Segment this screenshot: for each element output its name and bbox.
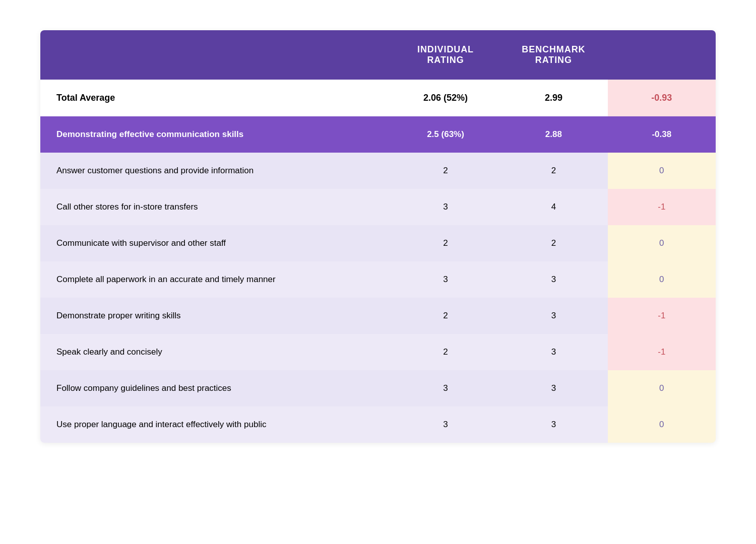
row-task: Speak clearly and concisely — [40, 334, 392, 370]
table-row: Call other stores for in-store transfers… — [40, 189, 716, 225]
category-label: Demonstrating effective communication sk… — [40, 116, 392, 153]
row-task: Answer customer questions and provide in… — [40, 153, 392, 189]
row-task: Follow company guidelines and best pract… — [40, 370, 392, 406]
row-benchmark: 3 — [499, 298, 607, 334]
row-task: Call other stores for in-store transfers — [40, 189, 392, 225]
row-skill-gap: -1 — [608, 334, 716, 370]
row-skill-gap: 0 — [608, 261, 716, 298]
row-benchmark: 2 — [499, 225, 607, 261]
row-individual: 2 — [392, 225, 499, 261]
table-row: Communicate with supervisor and other st… — [40, 225, 716, 261]
table-header-row: INDIVIDUALRATING BENCHMARKRATING — [40, 30, 716, 80]
row-individual: 2 — [392, 334, 499, 370]
row-individual: 3 — [392, 370, 499, 406]
row-individual: 2 — [392, 298, 499, 334]
skills-table-container: INDIVIDUALRATING BENCHMARKRATING Total A… — [40, 30, 716, 443]
table-row: Speak clearly and concisely 2 3 -1 — [40, 334, 716, 370]
skills-table: INDIVIDUALRATING BENCHMARKRATING Total A… — [40, 30, 716, 443]
header-task — [40, 30, 392, 80]
total-average-individual: 2.06 (52%) — [392, 80, 499, 116]
row-skill-gap: -1 — [608, 189, 716, 225]
row-skill-gap: 0 — [608, 406, 716, 443]
row-skill-gap: 0 — [608, 153, 716, 189]
table-row: Complete all paperwork in an accurate an… — [40, 261, 716, 298]
row-skill-gap: -1 — [608, 298, 716, 334]
row-benchmark: 3 — [499, 406, 607, 443]
table-row: Use proper language and interact effecti… — [40, 406, 716, 443]
row-benchmark: 2 — [499, 153, 607, 189]
category-benchmark: 2.88 — [499, 116, 607, 153]
category-skill-gap: -0.38 — [608, 116, 716, 153]
row-individual: 3 — [392, 261, 499, 298]
row-category: Demonstrating effective communication sk… — [40, 116, 716, 153]
row-individual: 3 — [392, 189, 499, 225]
table-row: Answer customer questions and provide in… — [40, 153, 716, 189]
header-skill-gap — [608, 30, 716, 80]
row-skill-gap: 0 — [608, 370, 716, 406]
row-individual: 2 — [392, 153, 499, 189]
header-individual-rating: INDIVIDUALRATING — [392, 30, 499, 80]
row-individual: 3 — [392, 406, 499, 443]
table-row: Demonstrate proper writing skills 2 3 -1 — [40, 298, 716, 334]
row-benchmark: 4 — [499, 189, 607, 225]
row-benchmark: 3 — [499, 370, 607, 406]
table-row: Follow company guidelines and best pract… — [40, 370, 716, 406]
row-task: Demonstrate proper writing skills — [40, 298, 392, 334]
row-task: Use proper language and interact effecti… — [40, 406, 392, 443]
total-average-benchmark: 2.99 — [499, 80, 607, 116]
row-benchmark: 3 — [499, 261, 607, 298]
row-total-average: Total Average 2.06 (52%) 2.99 -0.93 — [40, 80, 716, 116]
category-individual: 2.5 (63%) — [392, 116, 499, 153]
row-skill-gap: 0 — [608, 225, 716, 261]
row-task: Complete all paperwork in an accurate an… — [40, 261, 392, 298]
header-benchmark-rating: BENCHMARKRATING — [499, 30, 607, 80]
row-task: Communicate with supervisor and other st… — [40, 225, 392, 261]
total-average-label: Total Average — [40, 80, 392, 116]
total-average-skill-gap: -0.93 — [608, 80, 716, 116]
row-benchmark: 3 — [499, 334, 607, 370]
